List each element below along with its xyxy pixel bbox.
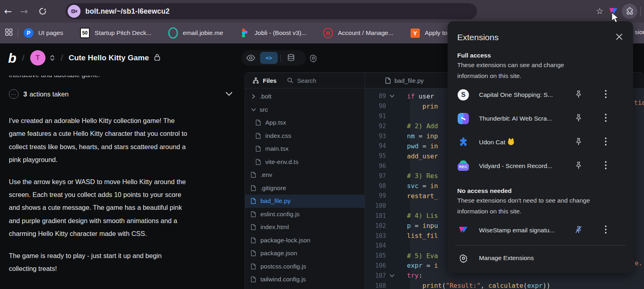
tree-file[interactable]: index.html [245, 221, 365, 234]
tree-file[interactable]: eslint.config.js [245, 208, 365, 221]
tree-item-label: main.tsx [265, 145, 289, 152]
section-heading: Full access [457, 51, 623, 59]
section-description: These extensions don't need to see and c… [457, 195, 623, 206]
tree-item-label: eslint.config.js [260, 211, 299, 218]
bookmark-item[interactable]: email.jobie.me [168, 28, 223, 38]
chat-line: game features a cute Hello Kitty charact… [9, 127, 237, 140]
tree-file[interactable]: index.css [245, 129, 365, 143]
code-token: # 2) Add [407, 122, 438, 130]
tree-file[interactable]: bad_file.py [245, 195, 365, 208]
browser-toolbar: ← → bolt.new/~/sb1-l6eewcu2 ☆ [0, 0, 644, 23]
more-options-icon[interactable] [605, 161, 607, 171]
bookmark-item[interactable]: Account / Manage... [323, 28, 393, 38]
manage-extensions-button[interactable]: Manage Extensions [457, 246, 623, 270]
more-options-icon[interactable] [605, 225, 607, 236]
address-bar[interactable]: bolt.new/~/sb1-l6eewcu2 [66, 3, 477, 19]
chevron-down-icon[interactable] [225, 90, 233, 98]
project-title[interactable]: Cute Hello Kitty Game [68, 53, 149, 62]
extension-row[interactable]: WiseStamp email signatu... [457, 218, 623, 242]
tree-file[interactable]: main.tsx [245, 142, 365, 156]
files-tree-icon [252, 77, 259, 84]
code-token [407, 282, 423, 289]
code-token: = [415, 132, 426, 140]
bookmark-fragment[interactable]: sion [635, 29, 644, 36]
tree-file[interactable]: postcss.config.js [245, 260, 365, 273]
view-toggle: <> [242, 50, 306, 66]
private-lock-icon[interactable] [154, 53, 161, 63]
extension-row[interactable]: Udon Cat [457, 130, 623, 154]
tree-item-label: bad_file.py [260, 197, 291, 205]
more-options-icon[interactable] [605, 113, 607, 124]
tree-file[interactable]: tailwind.config.js [245, 273, 365, 286]
pin-icon[interactable] [574, 137, 583, 147]
bookmarks-divider [18, 29, 18, 37]
extension-row[interactable]: Thunderbit: AI Web Scra... [457, 107, 623, 130]
chat-line: charming Hello Kitty character made with… [9, 227, 237, 240]
pin-icon[interactable] [574, 90, 583, 100]
tree-file[interactable]: .env [245, 168, 365, 182]
code-token: in [430, 182, 438, 190]
file-icon [251, 198, 257, 204]
code-token: # 3) Res [407, 172, 438, 180]
unpin-icon[interactable] [574, 225, 583, 235]
code-token: in [430, 142, 438, 150]
file-icon [256, 133, 262, 139]
avatar[interactable]: T [30, 50, 45, 66]
bookmark-item[interactable]: 50Startup Pitch Deck... [80, 28, 151, 38]
code-text: prin [398, 102, 438, 110]
extensions-button[interactable] [622, 4, 637, 19]
site-camera-icon[interactable] [68, 5, 80, 18]
code-token: user [415, 92, 434, 100]
code-token: inpu [423, 222, 438, 230]
workspace-switcher-icon[interactable] [50, 54, 55, 62]
tree-file[interactable]: vite-env.d.ts [245, 156, 365, 169]
pin-icon[interactable] [574, 161, 583, 171]
code-token: = [419, 142, 430, 150]
forward-button[interactable]: → [16, 6, 32, 16]
assistant-message: I've created an adorable Hello Kitty col… [9, 114, 237, 284]
apps-grid-icon[interactable] [5, 28, 13, 38]
bolt-logo[interactable]: b [8, 50, 17, 66]
back-button[interactable]: ← [0, 6, 16, 16]
code-view-button[interactable]: <> [260, 52, 278, 64]
tree-item-label: .bolt [260, 93, 271, 100]
actions-taken-row[interactable]: ... 3actions taken [9, 85, 234, 103]
chat-line: and purple gradient design with smooth a… [9, 214, 237, 227]
editor-tab[interactable]: bad_file.py [365, 73, 424, 88]
tree-file[interactable]: package.json [245, 247, 365, 260]
line-number: 89 [365, 92, 386, 100]
more-options-icon[interactable] [605, 90, 607, 100]
tree-folder[interactable]: src [245, 103, 365, 117]
more-options-icon[interactable] [605, 137, 607, 148]
bookmark-item[interactable]: PUI pages [24, 28, 63, 38]
tab-search[interactable]: Search [287, 77, 316, 84]
tree-folder[interactable]: .bolt [245, 90, 365, 103]
line-number: 100 [365, 202, 386, 209]
extension-row[interactable]: SCapital One Shopping: S... [457, 83, 623, 107]
fold-chevron-icon[interactable] [386, 94, 398, 98]
file-icon [256, 146, 262, 152]
code-token: expr [407, 262, 423, 269]
tree-file[interactable]: App.tsx [245, 116, 365, 129]
code-token: expr [527, 282, 543, 289]
url-text[interactable]: bolt.new/~/sb1-l6eewcu2 [85, 7, 169, 16]
section-description: These extensions can see and change [457, 59, 623, 70]
tree-file[interactable]: package-lock.json [245, 234, 365, 247]
tree-file[interactable]: .gitignore [245, 182, 365, 195]
tab-files[interactable]: Files [252, 77, 277, 84]
database-button[interactable] [283, 54, 299, 62]
fold-chevron-icon[interactable] [386, 274, 398, 278]
line-number: 97 [365, 172, 386, 180]
bookmark-item[interactable]: Jobli - (Boost v3)... [240, 28, 306, 38]
bookmark-star-icon[interactable]: ☆ [593, 6, 607, 16]
preview-eye-button[interactable] [242, 55, 260, 61]
tree-item-label: src [260, 106, 268, 113]
chat-line: Use the arrow keys or WASD to move Hello… [9, 175, 237, 188]
code-token: prin [407, 102, 438, 110]
code-token: try [407, 272, 419, 279]
close-button[interactable] [616, 33, 623, 42]
pin-icon[interactable] [574, 113, 583, 123]
reload-button[interactable] [35, 7, 51, 16]
extension-row[interactable]: RECVidyard - Screen Record... [457, 154, 623, 178]
settings-gear-button[interactable] [309, 54, 318, 64]
